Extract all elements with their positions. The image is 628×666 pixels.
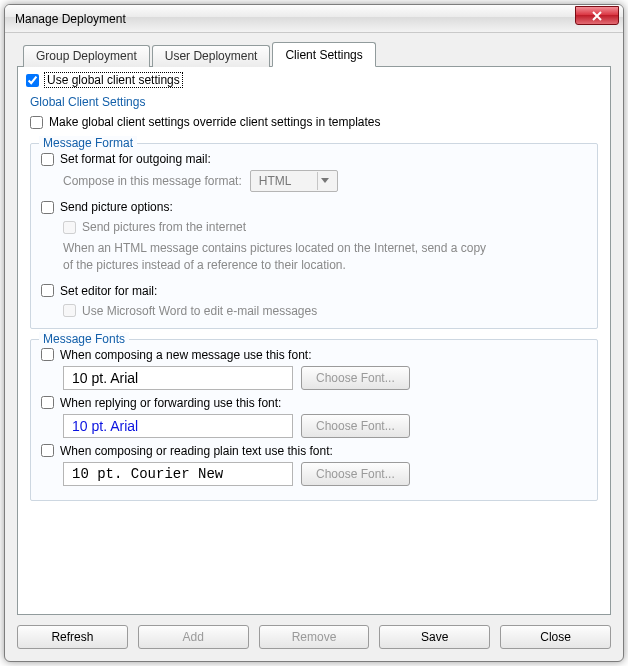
tab-label: Client Settings	[285, 48, 362, 62]
reply-font-label: When replying or forwarding use this fon…	[60, 396, 281, 410]
send-pictures-help: When an HTML message contains pictures l…	[63, 240, 493, 274]
use-word-checkbox[interactable]	[63, 304, 76, 317]
window-title: Manage Deployment	[15, 12, 575, 26]
compose-choose-font-button[interactable]: Choose Font...	[301, 366, 410, 390]
reply-font-checkbox[interactable]	[41, 396, 54, 409]
send-picture-options-row[interactable]: Send picture options:	[41, 200, 587, 214]
compose-format-select[interactable]: HTML	[250, 170, 338, 192]
send-picture-options-checkbox[interactable]	[41, 201, 54, 214]
section-title: Global Client Settings	[30, 95, 602, 109]
compose-format-value: HTML	[259, 174, 292, 188]
reply-choose-font-button[interactable]: Choose Font...	[301, 414, 410, 438]
tab-label: Group Deployment	[36, 49, 137, 63]
dialog-body: Group Deployment User Deployment Client …	[5, 33, 623, 615]
send-pictures-internet-checkbox[interactable]	[63, 221, 76, 234]
message-fonts-group: Message Fonts When composing a new messa…	[30, 339, 598, 501]
plain-font-row[interactable]: When composing or reading plain text use…	[41, 444, 587, 458]
tab-user-deployment[interactable]: User Deployment	[152, 45, 271, 67]
compose-font-label: When composing a new message use this fo…	[60, 348, 311, 362]
use-word-row[interactable]: Use Microsoft Word to edit e-mail messag…	[63, 304, 587, 318]
override-label: Make global client settings override cli…	[49, 115, 381, 129]
compose-font-picker-row: 10 pt. Arial Choose Font...	[63, 366, 587, 390]
message-format-legend: Message Format	[39, 136, 137, 150]
titlebar: Manage Deployment	[5, 5, 623, 33]
tab-label: User Deployment	[165, 49, 258, 63]
chevron-down-icon	[317, 172, 333, 190]
plain-choose-font-button[interactable]: Choose Font...	[301, 462, 410, 486]
override-checkbox[interactable]	[30, 116, 43, 129]
close-button[interactable]: Close	[500, 625, 611, 649]
reply-font-row[interactable]: When replying or forwarding use this fon…	[41, 396, 587, 410]
send-pictures-internet-label: Send pictures from the internet	[82, 220, 246, 234]
compose-font-checkbox[interactable]	[41, 348, 54, 361]
use-word-label: Use Microsoft Word to edit e-mail messag…	[82, 304, 317, 318]
add-button[interactable]: Add	[138, 625, 249, 649]
set-editor-row[interactable]: Set editor for mail:	[41, 284, 587, 298]
tab-client-settings[interactable]: Client Settings	[272, 42, 375, 67]
override-row[interactable]: Make global client settings override cli…	[30, 115, 602, 129]
button-bar: Refresh Add Remove Save Close	[5, 615, 623, 661]
reply-font-picker-row: 10 pt. Arial Choose Font...	[63, 414, 587, 438]
send-picture-options-label: Send picture options:	[60, 200, 173, 214]
tab-group-deployment[interactable]: Group Deployment	[23, 45, 150, 67]
remove-button[interactable]: Remove	[259, 625, 370, 649]
close-icon	[592, 11, 602, 21]
save-button[interactable]: Save	[379, 625, 490, 649]
use-global-checkbox-row[interactable]: Use global client settings	[26, 73, 602, 87]
window: Manage Deployment Group Deployment User …	[4, 4, 624, 662]
compose-format-row: Compose in this message format: HTML	[63, 170, 587, 192]
message-fonts-legend: Message Fonts	[39, 332, 129, 346]
use-global-label: Use global client settings	[45, 73, 182, 87]
set-format-checkbox[interactable]	[41, 153, 54, 166]
plain-font-display: 10 pt. Courier New	[63, 462, 293, 486]
compose-font-display: 10 pt. Arial	[63, 366, 293, 390]
plain-font-picker-row: 10 pt. Courier New Choose Font...	[63, 462, 587, 486]
compose-font-row[interactable]: When composing a new message use this fo…	[41, 348, 587, 362]
plain-font-checkbox[interactable]	[41, 444, 54, 457]
plain-font-label: When composing or reading plain text use…	[60, 444, 333, 458]
window-close-button[interactable]	[575, 6, 619, 25]
set-format-row[interactable]: Set format for outgoing mail:	[41, 152, 587, 166]
set-editor-label: Set editor for mail:	[60, 284, 157, 298]
reply-font-display: 10 pt. Arial	[63, 414, 293, 438]
set-format-label: Set format for outgoing mail:	[60, 152, 211, 166]
send-pictures-internet-row[interactable]: Send pictures from the internet	[63, 220, 587, 234]
set-editor-checkbox[interactable]	[41, 284, 54, 297]
tab-strip: Group Deployment User Deployment Client …	[17, 43, 611, 67]
use-global-checkbox[interactable]	[26, 74, 39, 87]
tab-content: Use global client settings Global Client…	[17, 67, 611, 615]
message-format-group: Message Format Set format for outgoing m…	[30, 143, 598, 329]
compose-in-label: Compose in this message format:	[63, 174, 242, 188]
refresh-button[interactable]: Refresh	[17, 625, 128, 649]
